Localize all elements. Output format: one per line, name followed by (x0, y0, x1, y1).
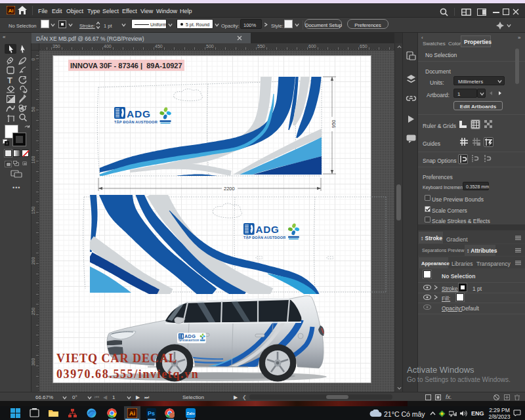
svg-text:Ps: Ps (148, 410, 155, 417)
svg-text:2200: 2200 (224, 186, 235, 192)
svg-text:Zalo: Zalo (186, 411, 195, 415)
svg-text:Ai: Ai (9, 8, 14, 14)
svg-text:Ai: Ai (129, 410, 135, 417)
svg-text:950: 950 (331, 119, 337, 128)
